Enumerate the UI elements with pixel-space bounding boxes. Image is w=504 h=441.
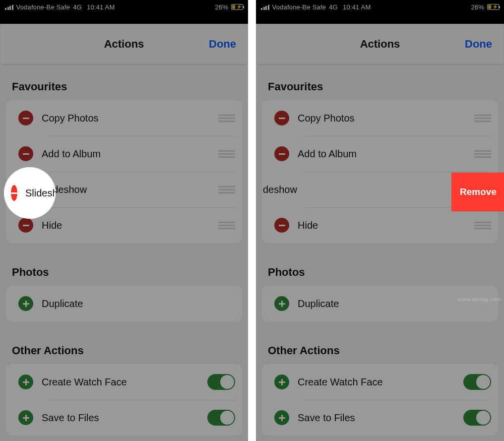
drag-handle-icon[interactable] — [474, 115, 491, 122]
minus-icon[interactable] — [274, 111, 289, 126]
clock: 10:41 AM — [87, 3, 115, 11]
spotlight-slideshow-minus[interactable]: Slideshow — [4, 167, 56, 219]
toggle-switch[interactable] — [207, 410, 235, 426]
battery-icon: ⚡ — [487, 4, 499, 10]
drag-handle-icon[interactable] — [474, 222, 491, 229]
drag-handle-icon[interactable] — [218, 222, 235, 229]
favourites-card: Copy Photos Add to Album deshow Hide — [262, 100, 498, 243]
row-label: Save to Files — [42, 412, 207, 424]
row-duplicate[interactable]: Duplicate — [6, 286, 242, 321]
photos-card: Duplicate — [6, 286, 242, 321]
toggle-switch[interactable] — [207, 374, 235, 390]
row-save-to-files[interactable]: Save to Files — [6, 400, 242, 436]
favourites-heading: Favourites — [256, 80, 504, 100]
plus-icon[interactable] — [274, 296, 289, 311]
photos-card: Duplicate — [262, 286, 498, 321]
row-label: Create Watch Face — [298, 377, 463, 388]
plus-icon[interactable] — [274, 410, 289, 425]
row-label: Copy Photos — [298, 113, 474, 124]
row-watch-face[interactable]: Create Watch Face — [262, 364, 498, 400]
row-label: Save to Files — [298, 412, 463, 424]
minus-icon[interactable] — [274, 146, 289, 161]
spotlight-label: Slideshow — [25, 188, 56, 199]
battery-pct: 26% — [215, 3, 228, 11]
row-copy-photos[interactable]: Copy Photos — [6, 100, 242, 136]
row-save-to-files[interactable]: Save to Files — [262, 400, 498, 436]
toggle-switch[interactable] — [463, 374, 491, 390]
battery-icon: ⚡ — [231, 4, 243, 10]
sheet-header: Actions Done — [1, 24, 247, 64]
row-copy-photos[interactable]: Copy Photos — [262, 100, 498, 136]
plus-icon[interactable] — [18, 410, 33, 425]
photos-heading: Photos — [256, 266, 504, 286]
plus-icon[interactable] — [274, 375, 289, 389]
network-label: 4G — [73, 3, 82, 11]
row-label: Add to Album — [42, 148, 218, 160]
minus-icon[interactable] — [18, 146, 33, 161]
row-add-to-album[interactable]: Add to Album — [6, 136, 242, 172]
remove-button[interactable]: Remove — [453, 175, 503, 209]
row-label: Hide — [42, 220, 218, 231]
row-hide[interactable]: Hide — [262, 207, 498, 243]
drag-handle-icon[interactable] — [474, 150, 491, 158]
carrier-label: Vodafone-Be Safe — [272, 3, 326, 11]
header-title: Actions — [1, 38, 247, 51]
plus-icon[interactable] — [18, 375, 33, 389]
toggle-switch[interactable] — [463, 410, 491, 426]
drag-handle-icon[interactable] — [218, 186, 235, 193]
right-phone: Vodafone-Be Safe 4G 10:41 AM 26% ⚡ Actio… — [256, 0, 504, 441]
header-title: Actions — [257, 38, 503, 51]
row-label: Slideshow — [42, 184, 218, 195]
other-card: Create Watch Face Save to Files — [6, 364, 242, 436]
network-label: 4G — [329, 3, 338, 11]
plus-icon[interactable] — [18, 296, 33, 311]
signal-icon — [261, 4, 269, 10]
minus-icon[interactable] — [274, 218, 289, 233]
row-label: deshow — [262, 184, 297, 195]
signal-icon — [5, 4, 13, 10]
left-phone: Vodafone-Be Safe 4G 10:41 AM 26% ⚡ Actio… — [0, 0, 248, 441]
status-bar: Vodafone-Be Safe 4G 10:41 AM 26% ⚡ — [256, 0, 504, 14]
row-label: Duplicate — [42, 298, 235, 310]
minus-icon[interactable] — [11, 185, 17, 201]
other-actions-heading: Other Actions — [0, 344, 248, 364]
battery-pct: 26% — [471, 3, 484, 11]
row-watch-face[interactable]: Create Watch Face — [6, 364, 242, 400]
row-label: Add to Album — [298, 148, 474, 160]
other-actions-heading: Other Actions — [256, 344, 504, 364]
carrier-label: Vodafone-Be Safe — [16, 3, 70, 11]
status-bar: Vodafone-Be Safe 4G 10:41 AM 26% ⚡ — [0, 0, 248, 14]
drag-handle-icon[interactable] — [218, 150, 235, 158]
row-label: Copy Photos — [42, 113, 218, 124]
row-label: Create Watch Face — [42, 377, 207, 388]
drag-handle-icon[interactable] — [218, 115, 235, 122]
photos-heading: Photos — [0, 266, 248, 286]
minus-icon[interactable] — [18, 218, 33, 233]
minus-icon[interactable] — [18, 111, 33, 126]
row-duplicate[interactable]: Duplicate — [262, 286, 498, 321]
row-add-to-album[interactable]: Add to Album — [262, 136, 498, 172]
row-label: Hide — [298, 220, 474, 231]
sheet-header: Actions Done — [257, 24, 503, 64]
other-card: Create Watch Face Save to Files — [262, 364, 498, 436]
watermark: www.deuag.com — [458, 296, 501, 302]
favourites-heading: Favourites — [0, 80, 248, 100]
clock: 10:41 AM — [343, 3, 371, 11]
